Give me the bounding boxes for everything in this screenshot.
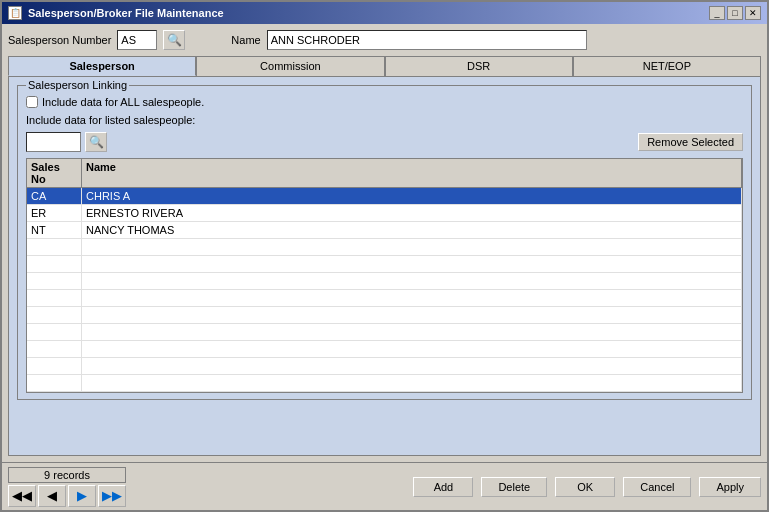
cell-sales-no: NT xyxy=(27,222,82,238)
table-row xyxy=(27,375,742,392)
tabs-row: Salesperson Commission DSR NET/EOP xyxy=(8,56,761,76)
table-body: CA CHRIS A ER ERNESTO RIVERA NT NANCY TH… xyxy=(27,188,742,392)
nav-section: 9 records ◀◀ ◀ ▶ ▶▶ xyxy=(8,467,126,507)
title-bar: 📋 Salesperson/Broker File Maintenance _ … xyxy=(2,2,767,24)
table-row xyxy=(27,358,742,375)
delete-button[interactable]: Delete xyxy=(481,477,547,497)
cell-sales-no: ER xyxy=(27,205,82,221)
table-row xyxy=(27,324,742,341)
top-bar: Salesperson Number 🔍 Name xyxy=(8,30,761,50)
salesperson-linking-group: Salesperson Linking Include data for ALL… xyxy=(17,85,752,400)
table-row xyxy=(27,273,742,290)
content-area: Salesperson Number 🔍 Name Salesperson Co… xyxy=(2,24,767,462)
remove-selected-button[interactable]: Remove Selected xyxy=(638,133,743,151)
salesperson-search-button[interactable]: 🔍 xyxy=(163,30,185,50)
name-label: Name xyxy=(231,34,260,46)
table-row[interactable]: ER ERNESTO RIVERA xyxy=(27,205,742,222)
table-row xyxy=(27,256,742,273)
nav-buttons: ◀◀ ◀ ▶ ▶▶ xyxy=(8,485,126,507)
window-title: Salesperson/Broker File Maintenance xyxy=(28,7,224,19)
search-row: 🔍 Remove Selected xyxy=(26,132,743,152)
prev-nav-btn[interactable]: ◀ xyxy=(38,485,66,507)
maximize-button[interactable]: □ xyxy=(727,6,743,20)
table-header: Sales No Name xyxy=(27,159,742,188)
salesperson-table: Sales No Name CA CHRIS A ER ERNESTO RIVE… xyxy=(26,158,743,393)
table-row xyxy=(27,290,742,307)
add-button[interactable]: Add xyxy=(413,477,473,497)
title-bar-left: 📋 Salesperson/Broker File Maintenance xyxy=(8,6,224,20)
main-panel: Salesperson Linking Include data for ALL… xyxy=(8,76,761,456)
apply-button[interactable]: Apply xyxy=(699,477,761,497)
checkbox-row: Include data for ALL salespeople. xyxy=(26,96,743,108)
cell-name: ERNESTO RIVERA xyxy=(82,205,742,221)
cell-name: CHRIS A xyxy=(82,188,742,204)
action-buttons: Add Delete OK Cancel Apply xyxy=(413,477,761,497)
table-row xyxy=(27,307,742,324)
salesperson-number-input[interactable] xyxy=(117,30,157,50)
sales-search-button[interactable]: 🔍 xyxy=(85,132,107,152)
col-sales-no: Sales No xyxy=(27,159,82,187)
main-window: 📋 Salesperson/Broker File Maintenance _ … xyxy=(0,0,769,512)
table-row[interactable]: CA CHRIS A xyxy=(27,188,742,205)
title-buttons: _ □ ✕ xyxy=(709,6,761,20)
sales-search-input[interactable] xyxy=(26,132,81,152)
include-all-label: Include data for ALL salespeople. xyxy=(42,96,204,108)
records-label: 9 records xyxy=(8,467,126,483)
tab-dsr[interactable]: DSR xyxy=(385,56,573,76)
salesperson-number-label: Salesperson Number xyxy=(8,34,111,46)
last-nav-btn[interactable]: ▶▶ xyxy=(98,485,126,507)
include-listed-label: Include data for listed salespeople: xyxy=(26,114,743,126)
ok-button[interactable]: OK xyxy=(555,477,615,497)
cell-sales-no: CA xyxy=(27,188,82,204)
group-title: Salesperson Linking xyxy=(26,79,129,91)
cell-name: NANCY THOMAS xyxy=(82,222,742,238)
table-row xyxy=(27,341,742,358)
window-icon: 📋 xyxy=(8,6,22,20)
next-nav-btn[interactable]: ▶ xyxy=(68,485,96,507)
col-name: Name xyxy=(82,159,742,187)
tab-salesperson[interactable]: Salesperson xyxy=(8,56,196,76)
tab-commission[interactable]: Commission xyxy=(196,56,384,76)
minimize-button[interactable]: _ xyxy=(709,6,725,20)
table-row xyxy=(27,239,742,256)
name-input[interactable] xyxy=(267,30,587,50)
table-row[interactable]: NT NANCY THOMAS xyxy=(27,222,742,239)
include-all-checkbox[interactable] xyxy=(26,96,38,108)
bottom-bar: 9 records ◀◀ ◀ ▶ ▶▶ Add Delete OK Cancel… xyxy=(2,462,767,510)
first-nav-btn[interactable]: ◀◀ xyxy=(8,485,36,507)
tab-net-eop[interactable]: NET/EOP xyxy=(573,56,761,76)
cancel-button[interactable]: Cancel xyxy=(623,477,691,497)
close-button[interactable]: ✕ xyxy=(745,6,761,20)
